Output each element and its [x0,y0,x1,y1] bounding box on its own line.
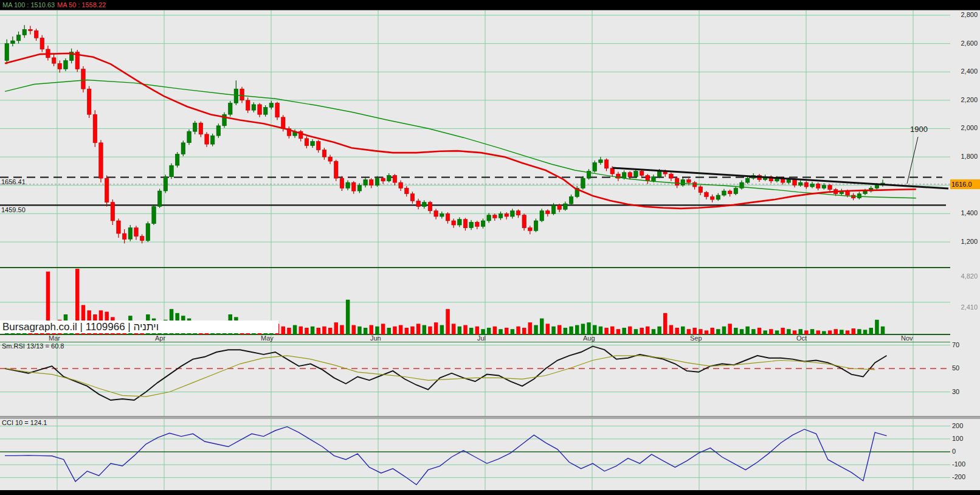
volume-bar [410,327,415,334]
candle-up [423,202,427,207]
lower-level-price-label: 1459.50 [1,206,26,213]
volume-bar [640,328,644,334]
volume-bar [722,327,726,334]
candle-up [652,177,656,181]
candle-down [134,228,139,237]
volume-bar [428,327,432,334]
candle-down [240,89,244,100]
volume-bar [434,322,438,334]
candle-down [804,182,809,187]
candle-down [52,58,56,63]
candle-up [722,191,726,195]
candle-up [875,185,879,189]
candle-up [364,179,368,185]
candle-down [340,178,344,188]
volume-bar [423,325,427,334]
candle-down [604,160,609,168]
price-axis-tick: 1,800 [951,153,978,160]
candle-up [634,171,638,176]
candle-down [687,179,691,182]
price-volume-rsi-cci-chart[interactable] [0,0,980,495]
volume-bar [469,328,474,334]
volume-bar [328,328,333,334]
volume-bar [734,328,738,334]
candle-up [716,195,720,199]
candle-down [246,100,250,110]
candle-down [416,201,421,206]
volume-bar [551,327,556,334]
volume-bar [352,325,356,334]
candle-down [117,221,121,234]
volume-axis-tick: 2,410 [951,303,978,311]
volume-bar [528,322,533,334]
volume-bar [334,322,339,334]
volume-bar [810,329,815,334]
candle-up [234,89,238,103]
candle-up [440,213,444,216]
panel-divider[interactable] [0,416,980,419]
candle-up [146,224,150,241]
candle-down [58,63,62,69]
candle-down [381,178,385,181]
candle-down [699,187,703,192]
volume-bar [822,331,826,335]
candle-up [210,136,215,144]
candle-down [493,215,497,218]
candle-down [122,234,126,239]
price-axis-tick: 1,400 [951,209,978,216]
volume-bar [564,328,568,334]
candle-down [446,213,450,221]
annotation-arrow-line [907,137,918,184]
volume-bar [622,328,626,334]
candle-up [357,185,362,191]
month-label: Apr [155,334,165,342]
volume-bar [846,330,850,334]
cci-panel-label: CCI 10 = 124.1 [2,419,47,426]
volume-bar [557,325,562,334]
volume-bar [781,328,785,334]
volume-bar [299,327,303,334]
candle-up [564,204,568,209]
cci-line [5,427,887,485]
candle-up [193,123,197,131]
candle-down [692,182,697,187]
candle-up [187,131,192,143]
candle-up [599,160,603,163]
month-label: Nov [901,334,913,342]
candle-down [546,211,550,214]
volume-bar [675,328,679,334]
rsi-axis-tick: 30 [952,388,959,395]
price-target-annotation: 1900 [910,125,928,134]
candle-down [675,178,679,185]
candle-up [311,142,315,146]
volume-bar [405,328,409,334]
candle-down [99,143,103,178]
volume-bar [628,327,632,334]
volume-bar [816,330,821,334]
candle-down [199,123,203,134]
candle-up [799,182,803,185]
volume-bar [481,329,485,334]
volume-bar [546,324,550,334]
volume-bar [357,327,362,334]
volume-bar [516,327,520,334]
volume-bar [487,328,491,334]
candle-down [828,185,832,190]
candle-down [646,175,650,181]
candle-up [745,178,750,182]
candle-down [475,222,480,226]
candle-down [516,211,520,215]
candle-up [511,211,515,216]
volume-bar [757,328,762,334]
volume-bar [287,328,291,334]
candle-up [175,154,179,165]
indicator-header-bar: MA 100 : 1510.63 MA 50 : 1558.22 [0,0,980,10]
candle-down [205,134,209,144]
candle-down [334,161,339,178]
volume-axis-tick: 4,820 [951,272,978,280]
volume-bar [440,325,444,334]
volume-bar [763,330,767,334]
candle-down [669,174,674,178]
volume-bar [281,327,286,334]
candle-down [710,196,714,199]
